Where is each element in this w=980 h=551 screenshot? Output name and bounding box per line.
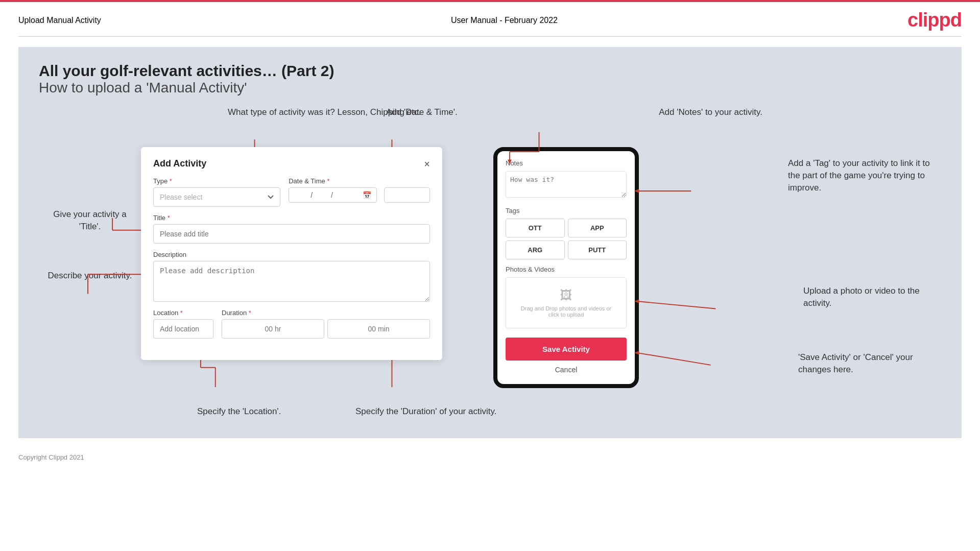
photos-label: Photos & Videos [506,266,627,273]
page-title: Upload Manual Activity [18,16,101,25]
svg-line-28 [637,353,711,365]
save-activity-button[interactable]: Save Activity [506,338,627,361]
annotation-datetime: Add 'Date & Time'. [386,106,458,118]
date-month-input[interactable]: 02 [315,191,329,199]
photos-section: Photos & Videos 🖼 Drag and Drop photos a… [506,266,627,328]
photos-drop-text: Drag and Drop photos and videos or click… [521,305,611,318]
modal-close-button[interactable]: × [424,159,430,169]
annotation-description: Describe your activity. [44,270,136,282]
photos-drop-zone[interactable]: 🖼 Drag and Drop photos and videos or cli… [506,277,627,328]
date-day-input[interactable]: 15 [294,191,308,199]
svg-line-26 [637,301,716,308]
annotation-save: 'Save Activity' or 'Cancel' your changes… [798,351,936,376]
title-field-label: Title * [153,214,430,222]
description-label: Description [153,251,430,258]
description-textarea[interactable] [153,261,430,302]
location-input[interactable] [153,319,213,339]
footer: Copyright Clippd 2021 [0,448,980,466]
location-label: Location * [153,309,213,317]
tags-label: Tags [506,207,627,214]
date-label: Date & Time * [289,177,430,185]
logo: clippd [907,9,962,31]
modal-title: Add Activity [153,158,206,169]
duration-hr-input[interactable] [222,319,324,339]
annotation-location: Specify the 'Location'. [197,405,281,418]
duration-label: Duration * [222,309,430,317]
annotation-title: Give your activity a 'Title'. [44,208,136,233]
type-select[interactable]: Please select [153,187,280,207]
title-input[interactable] [153,224,430,244]
type-label: Type * [153,177,280,185]
tag-ott[interactable]: OTT [506,219,565,237]
add-activity-modal: Add Activity × Type * Please select [141,147,442,360]
tag-putt[interactable]: PUTT [568,241,627,259]
section-title-bold: All your golf-relevant activities… (Part… [39,62,941,80]
duration-min-input[interactable] [327,319,430,339]
tag-app[interactable]: APP [568,219,627,237]
annotation-tag: Add a 'Tag' to your activity to link it … [788,157,936,194]
notes-section-label: Notes [506,159,627,167]
section-title-sub: How to upload a 'Manual Activity' [39,80,941,96]
annotation-duration: Specify the 'Duration' of your activity. [355,405,496,418]
phone-mockup: Notes Tags OTT APP ARG PUTT Photos & Vid… [493,147,639,388]
manual-title: User Manual - February 2022 [451,16,558,25]
tag-arg[interactable]: ARG [506,241,565,259]
notes-input[interactable] [506,171,627,198]
photo-icon: 🖼 [511,288,621,302]
tags-section: Tags OTT APP ARG PUTT [506,207,627,259]
tags-grid: OTT APP ARG PUTT [506,219,627,259]
calendar-icon: 📅 [363,191,371,199]
date-year-input[interactable]: 2022 [335,191,358,199]
cancel-link[interactable]: Cancel [506,366,627,374]
copyright-text: Copyright Clippd 2021 [18,453,84,461]
annotation-photo: Upload a photo or video to the activity. [803,285,936,309]
time-input[interactable]: 2:21 PM [384,187,430,203]
annotation-notes: Add 'Notes' to your activity. [659,106,762,118]
